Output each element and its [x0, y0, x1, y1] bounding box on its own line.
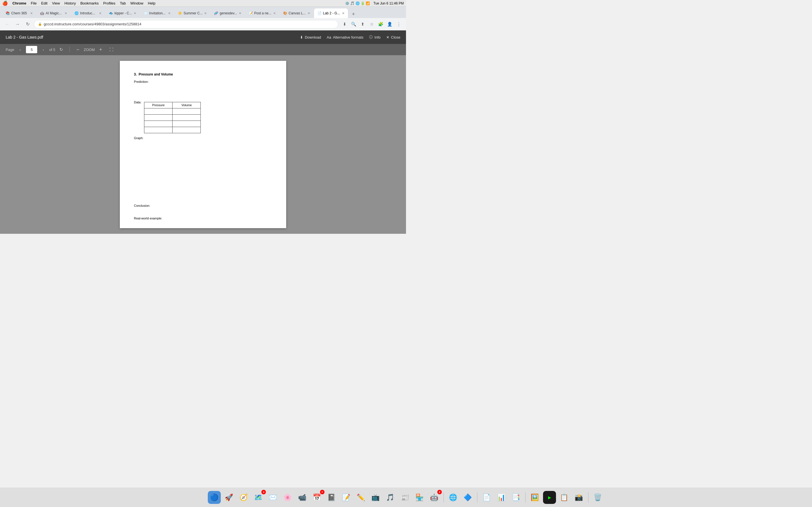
tab-lab2[interactable]: 📄 Lab 2 - G... ✕	[314, 8, 348, 18]
extensions-button[interactable]: 🧩	[377, 20, 385, 28]
pdf-title: Lab 2 - Gas Laws.pdf	[6, 35, 300, 40]
alt-formats-button[interactable]: Aa Alternative formats	[327, 35, 363, 40]
forward-button[interactable]: →	[13, 20, 21, 28]
tab-title-postanew: Post a ne...	[254, 11, 271, 15]
table-header-pressure: Pressure	[144, 102, 172, 108]
menu-history[interactable]: History	[64, 1, 75, 5]
download-page-button[interactable]: ⬇	[341, 20, 349, 28]
menu-tab[interactable]: Tab	[120, 1, 126, 5]
table-header-volume: Volume	[172, 102, 201, 108]
tab-title-intro: Introduc...	[80, 11, 97, 15]
menu-view[interactable]: View	[52, 1, 60, 5]
tab-close-lab2[interactable]: ✕	[342, 11, 345, 15]
menubar: 🍎 Chrome File Edit View History Bookmark…	[0, 0, 406, 7]
tab-close-invitation[interactable]: ✕	[168, 11, 170, 15]
menu-profiles[interactable]: Profiles	[103, 1, 115, 5]
tab-close-genesdev[interactable]: ✕	[239, 11, 241, 15]
tab-favicon-genesdev: 🧬	[214, 11, 218, 15]
tab-title-summer: Summer C...	[184, 11, 202, 15]
tab-kipper[interactable]: 🐟 kipper - C... ✕	[105, 8, 140, 18]
info-button[interactable]: ⓘ Info	[369, 35, 380, 40]
tab-close-intro[interactable]: ✕	[99, 11, 101, 15]
tab-favicon-chem365: 📚	[6, 11, 10, 15]
tab-close-aimagic[interactable]: ✕	[64, 11, 67, 15]
close-label: Close	[391, 35, 400, 40]
tab-close-chem365[interactable]: ✕	[30, 11, 33, 15]
tab-favicon-invitation: ✉️	[144, 11, 147, 15]
tab-title-invitation: Invitation...	[149, 11, 166, 15]
share-button[interactable]: ⬆	[359, 20, 366, 28]
data-table: Pressure Volume	[144, 102, 201, 133]
menu-bookmarks[interactable]: Bookmarks	[80, 1, 99, 5]
section-title: 3. Pressure and Volume	[134, 72, 173, 76]
tab-title-aimagic: AI Magic...	[46, 11, 63, 15]
tab-canvaslms[interactable]: 🎨 Canvas L... ✕	[280, 8, 313, 18]
info-icon: ⓘ	[369, 35, 373, 40]
back-button[interactable]: ←	[3, 20, 11, 28]
zoom-out-button[interactable]: −	[74, 46, 82, 53]
data-label: Data:	[134, 100, 141, 105]
tab-summer[interactable]: ☀️ Summer C... ✕	[174, 8, 210, 18]
alt-formats-icon: Aa	[327, 35, 331, 40]
tab-favicon-kipper: 🐟	[109, 11, 113, 15]
lock-icon: 🔒	[38, 22, 42, 26]
pdf-content-area[interactable]: 3. Pressure and Volume Prediction: Data:…	[0, 55, 406, 234]
tab-close-postanew[interactable]: ✕	[273, 11, 276, 15]
tab-close-summer[interactable]: ✕	[204, 11, 207, 15]
tab-chem365[interactable]: 📚 Chem 365 ✕	[2, 8, 36, 18]
address-input[interactable]: 🔒 gcccd.instructure.com/courses/49803/as…	[34, 20, 338, 29]
prev-page-button[interactable]: ‹	[16, 46, 24, 53]
prediction-label: Prediction:	[134, 80, 272, 84]
addressbar: ← → ↻ 🔒 gcccd.instructure.com/courses/49…	[0, 18, 406, 31]
tab-title-lab2: Lab 2 - G...	[323, 11, 340, 15]
url-text: gcccd.instructure.com/courses/49803/assi…	[44, 22, 141, 26]
fullscreen-button[interactable]: ⛶	[108, 46, 115, 53]
tabbar: 📚 Chem 365 ✕ 🤖 AI Magic... ✕ 🌐 Introduc.…	[0, 7, 406, 18]
tab-intro[interactable]: 🌐 Introduc... ✕	[71, 8, 105, 18]
zoom-in-button[interactable]: +	[97, 46, 104, 53]
download-icon: ⬇	[300, 35, 303, 40]
menu-edit[interactable]: Edit	[41, 1, 47, 5]
alt-formats-label: Alternative formats	[333, 35, 363, 40]
tab-close-kipper[interactable]: ✕	[134, 11, 136, 15]
close-icon: ✕	[386, 35, 389, 40]
bookmark-button[interactable]: ☆	[368, 20, 375, 28]
nav-divider	[69, 47, 70, 52]
tab-favicon-aimagic: 🤖	[40, 11, 44, 15]
menu-button[interactable]: ⋮	[395, 20, 403, 28]
close-button[interactable]: ✕ Close	[386, 35, 400, 40]
pdf-navbar: Page ‹ › of 5 ↻ − ZOOM + ⛶	[0, 44, 406, 55]
tab-close-canvaslms[interactable]: ✕	[308, 11, 310, 15]
new-tab-button[interactable]: +	[350, 10, 357, 18]
app-name[interactable]: Chrome	[12, 1, 26, 5]
page-number-input[interactable]	[26, 46, 37, 53]
tab-title-kipper: kipper - C...	[114, 11, 132, 15]
conclusion-label: Conclusion:	[134, 204, 272, 208]
next-page-button[interactable]: ›	[40, 46, 47, 53]
zoom-label: ZOOM	[84, 48, 95, 52]
rotate-button[interactable]: ↻	[57, 46, 65, 53]
tab-postanew[interactable]: 📝 Post a ne... ✕	[245, 8, 279, 18]
menu-file[interactable]: File	[31, 1, 37, 5]
tab-genesdev[interactable]: 🧬 genesdev... ✕	[211, 8, 245, 18]
table-row	[144, 115, 201, 121]
tab-title-genesdev: genesdev...	[220, 11, 237, 15]
download-button[interactable]: ⬇ Download	[300, 35, 321, 40]
total-pages: of 5	[49, 48, 55, 52]
tab-aimagic[interactable]: 🤖 AI Magic... ✕	[37, 8, 70, 18]
tab-favicon-postanew: 📝	[249, 11, 253, 15]
tab-title-canvaslms: Canvas L...	[289, 11, 306, 15]
menu-window[interactable]: Window	[130, 1, 143, 5]
download-label: Download	[305, 35, 321, 40]
search-button[interactable]: 🔍	[350, 20, 357, 28]
apple-menu[interactable]: 🍎	[2, 1, 8, 6]
menubar-time: Tue Jun 6 11:46 PM	[373, 1, 404, 5]
menu-help[interactable]: Help	[148, 1, 156, 5]
profile-button[interactable]: 👤	[386, 20, 394, 28]
reload-button[interactable]: ↻	[24, 20, 32, 28]
pdf-toolbar: Lab 2 - Gas Laws.pdf ⬇ Download Aa Alter…	[0, 31, 406, 44]
realworld-label: Real-world example:	[134, 216, 272, 221]
graph-label: Graph:	[134, 136, 272, 140]
table-row	[144, 108, 201, 115]
tab-invitation[interactable]: ✉️ Invitation... ✕	[140, 8, 174, 18]
